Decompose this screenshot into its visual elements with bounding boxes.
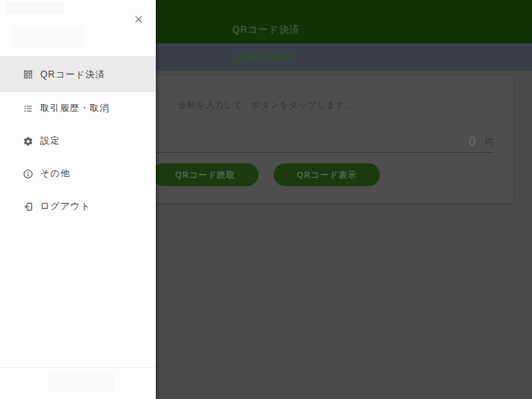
drawer-backdrop[interactable]	[156, 0, 532, 399]
drawer-footer	[0, 367, 156, 399]
drawer-header	[0, 0, 156, 57]
menu-item-qr-payment[interactable]: QRコード決済	[0, 57, 156, 92]
logo-placeholder	[6, 2, 64, 14]
menu-item-label: 取引履歴・取消	[40, 102, 109, 115]
menu-item-logout[interactable]: ログアウト	[0, 190, 156, 223]
info-icon	[23, 169, 33, 179]
menu-item-settings[interactable]: 設定	[0, 125, 156, 157]
list-icon	[23, 103, 33, 114]
menu-item-label: 設定	[40, 135, 60, 147]
menu-item-label: その他	[40, 167, 71, 180]
menu-item-history[interactable]: 取引履歴・取消	[0, 92, 156, 125]
menu-item-label: QRコード決済	[40, 68, 106, 81]
close-drawer-button[interactable]	[130, 12, 147, 29]
menu-item-others[interactable]: その他	[0, 157, 156, 190]
close-icon	[134, 14, 144, 27]
gear-icon	[23, 136, 33, 147]
merchant-info-placeholder	[13, 27, 84, 48]
menu-item-label: ログアウト	[40, 200, 90, 213]
qr-code-icon	[23, 69, 33, 80]
footer-logo-placeholder	[48, 374, 114, 392]
navigation-drawer: QRコード決済 取引履歴・取消 設定 その他	[0, 0, 156, 399]
logout-icon	[23, 201, 33, 212]
drawer-menu: QRコード決済 取引履歴・取消 設定 その他	[0, 57, 156, 223]
